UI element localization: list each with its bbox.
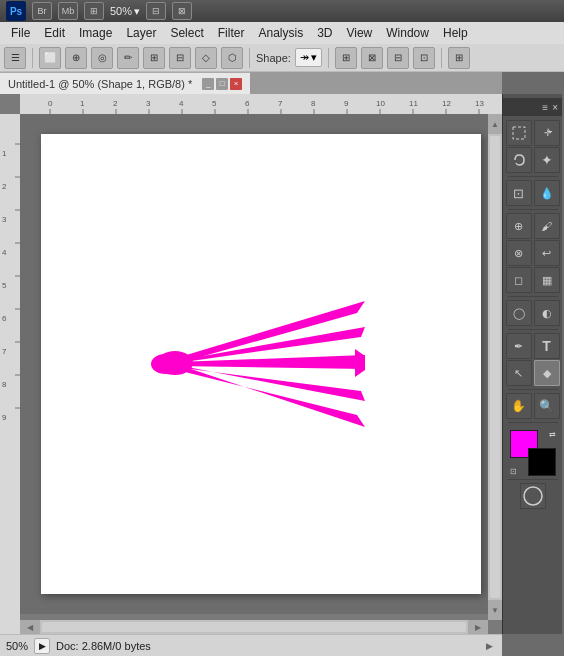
svg-text:8: 8 xyxy=(2,380,7,389)
eraser-tool[interactable]: ◻ xyxy=(506,267,532,293)
menu-3d[interactable]: 3D xyxy=(310,24,339,42)
svg-rect-56 xyxy=(513,127,525,139)
status-icon-1[interactable]: ▶ xyxy=(34,638,50,654)
gradient-tool[interactable]: ▦ xyxy=(534,267,560,293)
svg-marker-55 xyxy=(355,349,365,377)
tool-sep-2 xyxy=(508,209,558,210)
menu-layer[interactable]: Layer xyxy=(119,24,163,42)
canvas-content xyxy=(20,114,502,614)
doc-maximize-btn[interactable]: □ xyxy=(216,78,228,90)
hscroll-bar[interactable]: ◀ ▶ xyxy=(20,620,488,634)
brush-tool[interactable]: 🖌 xyxy=(534,213,560,239)
menu-filter[interactable]: Filter xyxy=(211,24,252,42)
path-btn-2[interactable]: ⊕ xyxy=(65,47,87,69)
path-btn-5[interactable]: ⊞ xyxy=(143,47,165,69)
tool-row-4: ⊕ 🖌 xyxy=(506,213,560,239)
snap-btn-1[interactable]: ⊞ xyxy=(335,47,357,69)
menu-image[interactable]: Image xyxy=(72,24,119,42)
snap-btn-4[interactable]: ⊡ xyxy=(413,47,435,69)
swap-colors-btn[interactable]: ⇄ xyxy=(549,430,556,439)
snap-btn-3[interactable]: ⊟ xyxy=(387,47,409,69)
snap-btn-2[interactable]: ⊠ xyxy=(361,47,383,69)
menu-bar: File Edit Image Layer Select Filter Anal… xyxy=(0,22,564,44)
svg-text:5: 5 xyxy=(212,99,217,108)
crop-tool[interactable]: ⊡ xyxy=(506,180,532,206)
path-btn-3[interactable]: ◎ xyxy=(91,47,113,69)
toolbox-collapse-btn[interactable]: ≡ xyxy=(542,102,548,113)
history-brush-tool[interactable]: ↩ xyxy=(534,240,560,266)
svg-text:✛: ✛ xyxy=(544,128,552,138)
svg-text:3: 3 xyxy=(2,215,7,224)
document-tab[interactable]: Untitled-1 @ 50% (Shape 1, RGB/8) * _ □ … xyxy=(0,72,251,94)
lasso-tool[interactable] xyxy=(506,147,532,173)
menu-analysis[interactable]: Analysis xyxy=(251,24,310,42)
path-btn-6[interactable]: ⊟ xyxy=(169,47,191,69)
magic-wand-tool[interactable]: ✦ xyxy=(534,147,560,173)
svg-marker-52 xyxy=(175,365,365,401)
tool-row-2: ✦ xyxy=(506,147,560,173)
clone-tool[interactable]: ⊗ xyxy=(506,240,532,266)
arrange-button[interactable]: ⊟ xyxy=(146,2,166,20)
hand-tool[interactable]: ✋ xyxy=(506,393,532,419)
svg-text:2: 2 xyxy=(2,182,7,191)
status-scroll-right[interactable]: ▶ xyxy=(482,639,496,653)
svg-text:1: 1 xyxy=(2,149,7,158)
svg-text:0: 0 xyxy=(48,99,53,108)
menu-edit[interactable]: Edit xyxy=(37,24,72,42)
white-canvas[interactable] xyxy=(41,134,481,594)
menu-help[interactable]: Help xyxy=(436,24,475,42)
mini-bridge-button[interactable]: Mb xyxy=(58,2,78,20)
canvas-area: 0 1 2 3 4 5 6 7 8 9 10 xyxy=(0,94,502,634)
status-bar: 50% ▶ Doc: 2.86M/0 bytes ▶ xyxy=(0,634,502,656)
doc-minimize-btn[interactable]: _ xyxy=(202,78,214,90)
vscroll-bar[interactable]: ▲ ▼ xyxy=(488,114,502,620)
menu-window[interactable]: Window xyxy=(379,24,436,42)
menu-view[interactable]: View xyxy=(339,24,379,42)
shape-picker-dropdown[interactable]: ↠ ▾ xyxy=(295,48,322,67)
zoom-status: 50% xyxy=(6,640,28,652)
bridge-button[interactable]: Br xyxy=(32,2,52,20)
doc-size-status: Doc: 2.86M/0 bytes xyxy=(56,640,151,652)
path-mode-button[interactable]: ⬜ xyxy=(39,47,61,69)
shape-tool[interactable]: ◆ xyxy=(534,360,560,386)
blur-tool[interactable]: ◯ xyxy=(506,300,532,326)
svg-text:4: 4 xyxy=(2,248,7,257)
extras-button[interactable]: ⊠ xyxy=(172,2,192,20)
svg-text:6: 6 xyxy=(245,99,250,108)
doc-tab-title: Untitled-1 @ 50% (Shape 1, RGB/8) * xyxy=(8,78,192,90)
default-colors-btn[interactable]: ⊡ xyxy=(510,467,517,476)
dodge-tool[interactable]: ◐ xyxy=(534,300,560,326)
tool-sep-7 xyxy=(508,479,558,480)
tool-row-9: ↖ ◆ xyxy=(506,360,560,386)
svg-text:6: 6 xyxy=(2,314,7,323)
tool-sep-5 xyxy=(508,389,558,390)
toolbox-panel: ≡ × ✛ ✦ ⊡ 💧 ⊕ 🖌 ⊗ ↩ ◻ xyxy=(502,94,562,634)
background-color[interactable] xyxy=(528,448,556,476)
layout-button[interactable]: ⊞ xyxy=(84,2,104,20)
zoom-tool[interactable]: 🔍 xyxy=(534,393,560,419)
marquee-tool[interactable] xyxy=(506,120,532,146)
doc-close-btn[interactable]: × xyxy=(230,78,242,90)
doc-tab-container: Untitled-1 @ 50% (Shape 1, RGB/8) * _ □ … xyxy=(0,72,502,94)
svg-text:10: 10 xyxy=(376,99,385,108)
path-btn-7[interactable]: ◇ xyxy=(195,47,217,69)
move-tool[interactable]: ✛ xyxy=(534,120,560,146)
menu-file[interactable]: File xyxy=(4,24,37,42)
path-btn-4[interactable]: ✏ xyxy=(117,47,139,69)
heal-tool[interactable]: ⊕ xyxy=(506,213,532,239)
path-select-tool[interactable]: ↖ xyxy=(506,360,532,386)
text-tool[interactable]: T xyxy=(534,333,560,359)
quick-mask-btn[interactable] xyxy=(520,483,546,509)
pen-tool[interactable]: ✒ xyxy=(506,333,532,359)
tool-preset-picker[interactable]: ☰ xyxy=(4,47,26,69)
path-btn-8[interactable]: ⬡ xyxy=(221,47,243,69)
tool-sep-1 xyxy=(508,176,558,177)
eyedropper-tool[interactable]: 💧 xyxy=(534,180,560,206)
options-btn-extra[interactable]: ⊞ xyxy=(448,47,470,69)
svg-text:2: 2 xyxy=(113,99,118,108)
ps-logo: Ps xyxy=(6,1,26,21)
tool-row-7: ◯ ◐ xyxy=(506,300,560,326)
separator-4 xyxy=(441,48,442,68)
toolbox-close-btn[interactable]: × xyxy=(552,102,558,113)
menu-select[interactable]: Select xyxy=(163,24,210,42)
